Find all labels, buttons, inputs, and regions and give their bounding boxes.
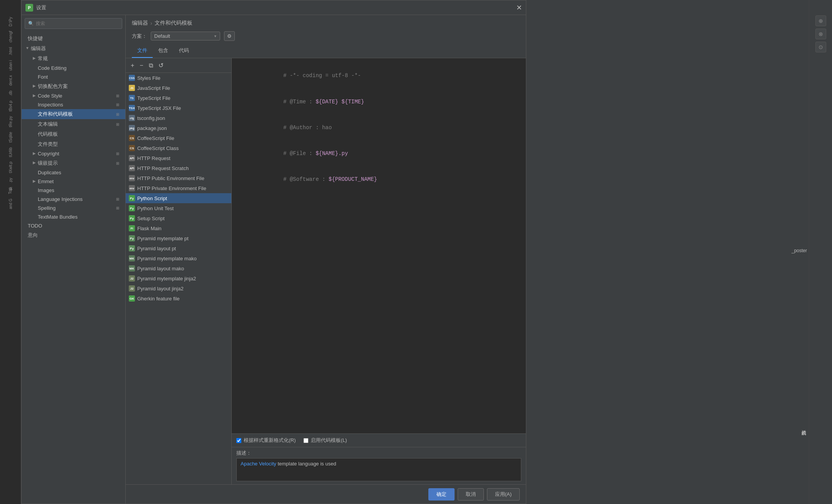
file-label-pyramid-layout-pt: Pyramid layout pt [137, 246, 176, 251]
file-label-js: JavaScript File [137, 85, 170, 91]
sidebar-item-images[interactable]: Images [22, 186, 125, 195]
confirm-button[interactable]: 确定 [428, 488, 455, 501]
file-item-python-unit-test[interactable]: Py Python Unit Test [126, 203, 231, 213]
reformat-checkbox[interactable] [236, 438, 241, 443]
sidebar-item-file-template[interactable]: 文件和代码模板 ⊞ [22, 109, 125, 119]
sidebar-item-lang-inject[interactable]: Language Injections ⊞ [22, 195, 125, 204]
reset-file-button[interactable]: ↺ [157, 61, 165, 70]
sidebar-item-inspections[interactable]: Inspections ⊞ [22, 100, 125, 109]
sidebar-item-code-editing[interactable]: Code Editing [22, 64, 125, 72]
file-item-coffeescript[interactable]: CS CoffeeScript File [126, 133, 231, 143]
edge-item-and: and G [8, 197, 13, 211]
enable-template-checkbox[interactable] [303, 438, 308, 443]
file-item-tsx[interactable]: TSX TypeScript JSX File [126, 103, 231, 113]
app-icon: P [25, 4, 33, 12]
file-item-styles[interactable]: CSS Styles File [126, 73, 231, 83]
sidebar-item-intention[interactable]: 意向 [22, 230, 125, 240]
sidebar-item-spelling-label: Spelling [38, 205, 56, 211]
title-bar: P 设置 ✕ [22, 0, 526, 15]
sidebar-item-code-style[interactable]: Code Style ⊞ [22, 91, 125, 100]
file-item-pyramid-layout-mako[interactable]: MK Pyramid layout mako [126, 263, 231, 273]
lang-inject-badge: ⊞ [116, 197, 119, 201]
sidebar-item-todo[interactable]: TODO [22, 221, 125, 230]
file-item-setup-script[interactable]: Py Setup Script [126, 213, 231, 223]
breadcrumb-separator: › [150, 20, 152, 26]
file-item-http-private[interactable]: env HTTP Private Environment File [126, 183, 231, 193]
sidebar-item-normal[interactable]: 常规 [22, 54, 125, 64]
edge-item-txwlt: tXwlt.p [8, 160, 13, 175]
file-item-ts[interactable]: TS TypeScript File [126, 93, 231, 103]
copy-file-button[interactable]: ⧉ [147, 61, 155, 70]
file-item-flask-main[interactable]: Fl Flask Main [126, 223, 231, 233]
sidebar-item-textmate[interactable]: TextMate Bundles [22, 212, 125, 221]
sidebar-item-code-template[interactable]: 代码模板 [22, 129, 125, 139]
file-item-pyramid-layout-pt[interactable]: Py Pyramid layout pt [126, 243, 231, 253]
file-icon-ts: TS [129, 95, 135, 101]
file-item-pyramid-layout-jinja2[interactable]: J2 Pyramid layout jinja2 [126, 283, 231, 293]
file-label-http-request: HTTP Request [137, 155, 170, 161]
sidebar-item-intention-label: 意向 [28, 232, 38, 239]
dialog-title: 设置 [36, 4, 516, 11]
sidebar-item-file-type[interactable]: 文件类型 [22, 139, 125, 149]
right-panel: 编辑器 › 文件和代码模板 方案： Default Project ⚙ 文件 包… [126, 15, 526, 504]
right-edge-btn-1[interactable]: ⊕ [815, 15, 826, 26]
code-panel: # -*- coding = utf-8 -*- # @Time : ${DAT… [232, 58, 526, 484]
right-edge-btn-2[interactable]: ⊗ [815, 29, 826, 39]
file-item-http-public[interactable]: env HTTP Public Environment File [126, 173, 231, 183]
sidebar-item-shortcuts[interactable]: 快捷键 [22, 34, 125, 44]
file-icon-coffeescript: CS [129, 135, 135, 141]
sidebar-item-code-template-label: 代码模板 [38, 131, 58, 138]
file-item-tsconfig[interactable]: cfg tsconfig.json [126, 113, 231, 123]
copyright-badge: ⊞ [116, 152, 119, 156]
file-item-http-scratch[interactable]: API HTTP Request Scratch [126, 163, 231, 173]
sidebar-item-color-scheme[interactable]: 切换配色方案 [22, 81, 125, 91]
right-edge-btn-3[interactable]: ⊙ [815, 42, 826, 52]
sidebar-item-editor[interactable]: 编辑器 [22, 44, 125, 54]
right-edge-panel: ⊕ ⊗ ⊙ [809, 0, 832, 504]
nav-tree: 快捷键 编辑器 常规 Code Editing Font [22, 32, 125, 504]
file-item-coffeescript-class[interactable]: CS CoffeeScript Class [126, 143, 231, 153]
file-item-js[interactable]: JS JavaScript File [126, 83, 231, 93]
close-button[interactable]: ✕ [516, 4, 522, 11]
remove-file-button[interactable]: − [138, 61, 145, 70]
file-item-python-script[interactable]: Py Python Script [126, 193, 231, 203]
file-item-pyramid-jinja2[interactable]: J2 Pyramid mytemplate jinja2 [126, 273, 231, 283]
code-editor[interactable]: # -*- coding = utf-8 -*- # @Time : ${DAT… [232, 58, 526, 433]
sidebar-item-font[interactable]: Font [22, 72, 125, 81]
add-file-button[interactable]: + [129, 61, 136, 70]
sidebar-item-spelling[interactable]: Spelling ⊞ [22, 204, 125, 212]
embed-hint-badge: ⊞ [116, 161, 119, 165]
file-item-pyramid-mako[interactable]: MK Pyramid mytemplate mako [126, 253, 231, 263]
tab-files[interactable]: 文件 [132, 44, 153, 58]
file-item-http-request[interactable]: API HTTP Request [126, 153, 231, 163]
sidebar-item-duplicates[interactable]: Duplicates [22, 168, 125, 177]
file-label-pyramid-pt: Pyramid mytemplate pt [137, 236, 189, 241]
text-edit-badge: ⊞ [116, 122, 119, 126]
tab-code[interactable]: 代码 [173, 44, 194, 58]
settings-dialog: P 设置 ✕ 🔍 快捷键 编辑器 [21, 0, 526, 504]
sidebar-item-embed-hint[interactable]: 镶嵌提示 ⊞ [22, 158, 125, 168]
search-box[interactable]: 🔍 [25, 18, 122, 29]
file-item-pyramid-pt[interactable]: Py Pyramid mytemplate pt [126, 233, 231, 243]
apply-button[interactable]: 应用(A) [487, 488, 520, 501]
sidebar-item-emmet[interactable]: Emmet [22, 177, 125, 186]
sidebar-item-duplicates-label: Duplicates [38, 170, 61, 175]
sidebar: 🔍 快捷键 编辑器 常规 Co [22, 15, 126, 504]
file-icon-tsconfig: cfg [129, 115, 135, 121]
edge-item-uban: uban i [8, 59, 13, 72]
edge-item-top: 影Top [7, 186, 14, 196]
search-input[interactable] [36, 21, 119, 26]
copyright-expand-arrow [32, 151, 37, 157]
color-scheme-expand-arrow [32, 84, 37, 89]
desc-link[interactable]: Apache Velocity [241, 461, 276, 467]
tab-includes[interactable]: 包含 [153, 44, 173, 58]
file-item-gherkin[interactable]: GK Gherkin feature file [126, 293, 231, 303]
sidebar-item-copyright[interactable]: Copyright ⊞ [22, 149, 125, 158]
file-item-package-json[interactable]: pkg package.json [126, 123, 231, 133]
sidebar-item-text-edit[interactable]: 文本编辑 ⊞ [22, 119, 125, 129]
scheme-gear-button[interactable]: ⚙ [224, 31, 235, 41]
scheme-select[interactable]: Default Project [151, 32, 220, 40]
file-icon-tsx: TSX [129, 105, 135, 111]
sidebar-item-todo-label: TODO [28, 223, 42, 229]
cancel-button[interactable]: 取消 [458, 488, 484, 501]
